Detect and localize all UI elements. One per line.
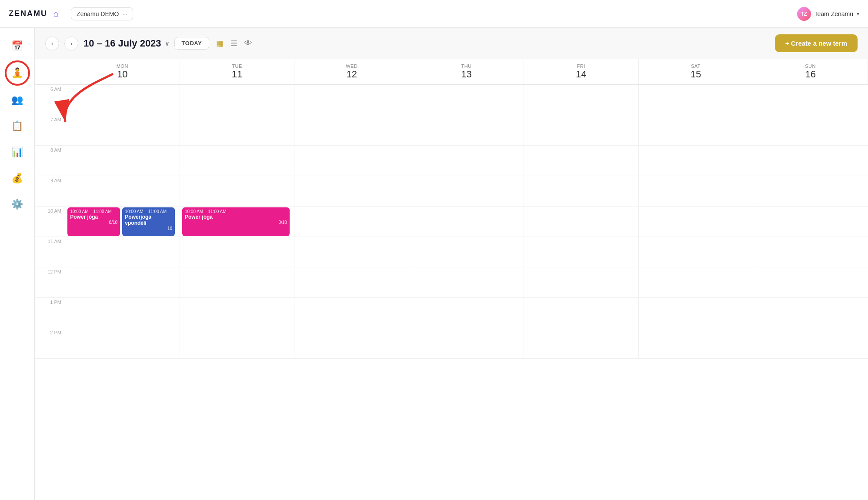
- day-col-thu: [409, 85, 524, 359]
- workspace-pill[interactable]: Zenamu DEMO ···: [71, 7, 133, 20]
- content-area: ‹ › 10 – 16 July 2023 ∨ TODAY ▦ ☰ 👁 + Cr…: [35, 28, 868, 500]
- day-header-tue: TUE 11: [180, 59, 295, 84]
- day-name-fri: FRI: [524, 63, 638, 69]
- eye-view-icon[interactable]: 👁: [243, 37, 254, 50]
- time-column: 6 AM 7 AM 8 AM 9 AM 10 AM 11 AM 12 PM 1 …: [35, 85, 65, 359]
- day-num-tue: 11: [180, 69, 294, 80]
- logo-text: ZENAMU: [9, 9, 47, 18]
- main-layout: 📅 🧘 👥 📋 📊 💰 ⚙️ ‹ › 10 – 16 July 2023: [0, 28, 868, 500]
- workspace-dots[interactable]: ···: [122, 10, 127, 17]
- today-button[interactable]: TODAY: [174, 37, 210, 50]
- day-col-fri: [524, 85, 639, 359]
- day-header-sat: SAT 15: [639, 59, 754, 84]
- day-col-mon: 10:00 AM – 11:00 AM Power jóga 0/10 10:0…: [65, 85, 180, 359]
- calendar-view-icon[interactable]: ▦: [214, 37, 225, 50]
- time-2pm: 2 PM: [35, 328, 65, 359]
- day-name-thu: THU: [409, 63, 524, 69]
- event-powerjoga-vpondeli[interactable]: 10:00 AM – 11:00 AM Powerjoga vpondělí 1…: [122, 207, 175, 236]
- day-name-mon: MON: [65, 63, 180, 69]
- next-button[interactable]: ›: [64, 37, 78, 50]
- home-icon[interactable]: ⌂: [52, 7, 60, 20]
- day-num-fri: 14: [524, 69, 638, 80]
- calendar-toolbar: ‹ › 10 – 16 July 2023 ∨ TODAY ▦ ☰ 👁 + Cr…: [35, 28, 868, 59]
- time-6am: 6 AM: [35, 85, 65, 115]
- classes-nav-icon: 🧘: [11, 67, 23, 79]
- day-num-sun: 16: [753, 69, 868, 80]
- event-power-joga-tue[interactable]: 10:00 AM – 11:00 AM Power jóga 0/10: [182, 207, 290, 236]
- day-num-wed: 12: [294, 69, 409, 80]
- day-num-sat: 15: [639, 69, 753, 80]
- logo-area: ZENAMU ⌂: [9, 7, 60, 20]
- time-12pm: 12 PM: [35, 267, 65, 298]
- calendar-header: MON 10 TUE 11 WED 12 THU 13 FRI 14: [35, 59, 868, 85]
- day-name-wed: WED: [294, 63, 409, 69]
- time-8am: 8 AM: [35, 146, 65, 176]
- sidebar-item-settings[interactable]: ⚙️: [6, 193, 29, 216]
- sidebar: 📅 🧘 👥 📋 📊 💰 ⚙️: [0, 28, 35, 500]
- time-header-cell: [35, 59, 65, 84]
- time-9am: 9 AM: [35, 176, 65, 207]
- day-name-sun: SUN: [753, 63, 868, 69]
- user-chevron-icon: ▾: [857, 11, 859, 17]
- date-range[interactable]: 10 – 16 July 2023 ∨: [83, 38, 169, 49]
- event-title-tue: Power jóga: [185, 214, 287, 220]
- calendar-nav-icon: 📅: [11, 40, 23, 52]
- sidebar-item-clients[interactable]: 👥: [6, 89, 29, 111]
- sidebar-item-billing[interactable]: 💰: [6, 167, 29, 190]
- avatar: TZ: [797, 7, 811, 21]
- day-num-mon: 10: [65, 69, 180, 80]
- event-count-tue: 0/10: [185, 220, 287, 225]
- top-header: ZENAMU ⌂ Zenamu DEMO ··· TZ Team Zenamu …: [0, 0, 868, 28]
- event-time: 10:00 AM – 11:00 AM: [70, 209, 117, 214]
- settings-nav-icon: ⚙️: [11, 199, 23, 210]
- calendar-container: MON 10 TUE 11 WED 12 THU 13 FRI 14: [35, 59, 868, 500]
- event-power-joga-mon[interactable]: 10:00 AM – 11:00 AM Power jóga 0/10: [67, 207, 120, 236]
- day-name-sat: SAT: [639, 63, 753, 69]
- event-count-2: 10: [125, 226, 172, 231]
- stats-nav-icon: 📊: [11, 147, 23, 158]
- prev-button[interactable]: ‹: [45, 37, 59, 50]
- event-time-2: 10:00 AM – 11:00 AM: [125, 209, 172, 214]
- event-count: 0/10: [70, 220, 117, 225]
- day-header-thu: THU 13: [409, 59, 524, 84]
- day-name-tue: TUE: [180, 63, 294, 69]
- sidebar-item-notes[interactable]: 📋: [6, 115, 29, 137]
- day-header-mon: MON 10: [65, 59, 180, 84]
- notes-nav-icon: 📋: [11, 120, 23, 132]
- event-title: Power jóga: [70, 214, 117, 220]
- workspace-name: Zenamu DEMO: [77, 10, 119, 17]
- event-title-2: Powerjoga vpondělí: [125, 214, 172, 226]
- time-11am: 11 AM: [35, 237, 65, 267]
- day-header-sun: SUN 16: [753, 59, 868, 84]
- time-10am: 10 AM: [35, 207, 65, 237]
- sidebar-item-classes[interactable]: 🧘: [5, 61, 30, 85]
- day-col-wed: [294, 85, 409, 359]
- date-range-text: 10 – 16 July 2023: [83, 38, 161, 49]
- day-col-sat: [639, 85, 754, 359]
- day-num-thu: 13: [409, 69, 524, 80]
- calendar-body: 6 AM 7 AM 8 AM 9 AM 10 AM 11 AM 12 PM 1 …: [35, 85, 868, 359]
- sidebar-item-calendar[interactable]: 📅: [6, 35, 29, 57]
- date-range-chevron-icon: ∨: [165, 40, 169, 47]
- time-1pm: 1 PM: [35, 298, 65, 328]
- day-header-fri: FRI 14: [524, 59, 639, 84]
- day-col-tue: 10:00 AM – 11:00 AM Power jóga 0/10: [180, 85, 295, 359]
- day-header-wed: WED 12: [294, 59, 409, 84]
- user-area[interactable]: TZ Team Zenamu ▾: [797, 7, 859, 21]
- day-col-sun: [753, 85, 868, 359]
- user-name: Team Zenamu: [815, 10, 853, 17]
- time-7am: 7 AM: [35, 115, 65, 146]
- billing-nav-icon: 💰: [11, 173, 23, 184]
- view-icons: ▦ ☰ 👁: [214, 37, 254, 50]
- list-view-icon[interactable]: ☰: [229, 37, 239, 50]
- clients-nav-icon: 👥: [11, 94, 23, 106]
- create-term-button[interactable]: + Create a new term: [775, 34, 858, 52]
- sidebar-item-stats[interactable]: 📊: [6, 141, 29, 163]
- event-time-tue: 10:00 AM – 11:00 AM: [185, 209, 287, 214]
